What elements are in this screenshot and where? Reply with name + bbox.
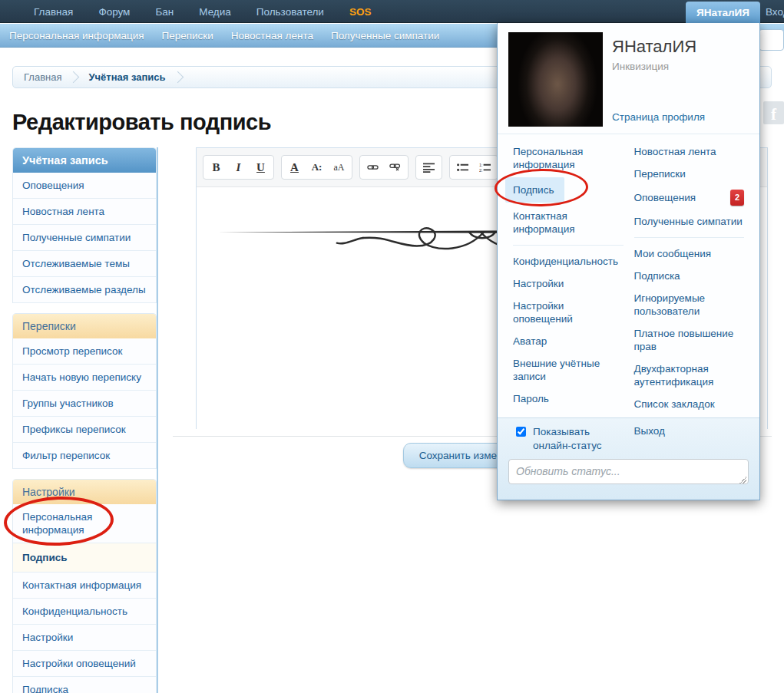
visitor-menu: ЯНаталИЯ Инквизиция Страница профиля Пер… [497,23,760,500]
menu-item-paid-upgrades[interactable]: Платное повышение прав [634,327,745,353]
bullet-list-icon[interactable] [452,157,473,177]
menu-item-ignored-users[interactable]: Игнорируемые пользователи [634,292,745,318]
text-color-button[interactable]: A [284,157,305,177]
alerts-count-badge: 2 [730,190,744,206]
menu-item-avatar[interactable]: Аватар [513,335,624,348]
menu-item-signature[interactable]: Подпись [505,177,564,203]
font-family-button[interactable]: aA [329,157,349,177]
remove-link-icon[interactable] [385,157,405,177]
nav-forum[interactable]: Форум [98,6,130,18]
sidebar-item-news-feed[interactable]: Новостная лента [13,199,156,225]
profile-page-link[interactable]: Страница профиля [612,111,705,126]
menu-item-news-feed[interactable]: Новостная лента [634,145,745,158]
menu-divider [634,237,745,238]
menu-item-my-posts[interactable]: Мои сообщения [634,247,745,260]
menu-item-contact-info[interactable]: Контактная информация [513,210,624,236]
numbered-list-icon[interactable]: 1:2: [475,157,495,177]
sidebar-item-watched-threads[interactable]: Отслеживаемые темы [13,251,156,277]
sidebar-item-preferences[interactable]: Настройки [13,625,156,651]
menu-item-subscription[interactable]: Подписка [634,269,745,282]
sidebar-item-contact-info[interactable]: Контактная информация [13,573,156,599]
menu-item-alerts[interactable]: Оповещения 2 [634,190,745,206]
visitor-menu-footer: Показывать онлайн-статус Выход [498,417,759,500]
sidebar-item-alert-preferences[interactable]: Настройки оповещений [13,651,156,677]
user-title: Инквизиция [612,61,705,72]
subnav-personal-info[interactable]: Персональная информация [9,30,144,41]
svg-text:1:: 1: [479,163,483,167]
subnav-likes[interactable]: Полученные симпатии [331,30,439,41]
menu-divider [513,245,624,246]
sidebar-item-conversation-prefixes[interactable]: Префиксы переписок [13,417,156,443]
underline-button[interactable]: U [250,157,271,177]
sidebar-header-account: Учётная запись [13,148,156,173]
login-tab[interactable]: Вход [766,0,784,23]
avatar[interactable] [508,32,603,127]
insert-link-icon[interactable] [362,157,383,177]
italic-button[interactable]: I [228,157,249,177]
menu-item-likes[interactable]: Полученные симпатии [634,215,745,228]
bold-button[interactable]: B [206,157,227,177]
menu-item-privacy[interactable]: Конфиденциальность [513,255,624,268]
menu-item-external-accounts[interactable]: Внешние учётные записи [513,357,624,383]
menu-item-bookmarks[interactable]: Список закладок [634,398,745,411]
sidebar-item-privacy[interactable]: Конфиденциальность [13,599,156,625]
sidebar-item-signature[interactable]: Подпись [13,543,156,573]
subnav-news-feed[interactable]: Новостная лента [231,30,313,41]
logout-link[interactable]: Выход [634,425,745,453]
facebook-icon[interactable]: f [763,101,784,124]
status-update-input[interactable] [508,459,749,484]
sidebar-section-settings: Настройки Персональная информация Подпис… [12,479,157,693]
breadcrumb-account[interactable]: Учётная запись [88,71,165,83]
search-box[interactable] [759,29,784,51]
username: ЯНаталИЯ [612,37,705,57]
menu-item-two-factor[interactable]: Двухфакторная аутентификация [634,362,745,388]
nav-sos[interactable]: SOS [349,6,372,18]
sidebar-item-member-groups[interactable]: Группы участников [13,391,156,417]
nav-ban[interactable]: Бан [155,6,174,18]
chevron-right-icon [68,71,80,84]
menu-item-password[interactable]: Пароль [513,392,624,405]
top-navigation: Главная Форум Бан Медиа Пользователи SOS… [0,0,784,23]
sidebar-header-conversations: Переписки [13,314,156,338]
sidebar-item-view-conversations[interactable]: Просмотр переписок [13,338,156,365]
menu-item-preferences[interactable]: Настройки [513,277,624,290]
sidebar-section-account: Учётная запись Оповещения Новостная лент… [12,147,157,303]
menu-item-personal-info[interactable]: Персональная информация [513,145,624,171]
sidebar-item-alerts[interactable]: Оповещения [13,173,156,199]
svg-text:2:: 2: [479,168,483,173]
nav-home[interactable]: Главная [34,6,73,18]
online-status-checkbox[interactable] [516,427,526,437]
subnav-conversations[interactable]: Переписки [162,30,213,41]
sidebar-item-start-conversation[interactable]: Начать новую переписку [13,365,156,391]
breadcrumb-home[interactable]: Главная [24,71,61,83]
sidebar-item-personal-info[interactable]: Персональная информация [13,504,156,543]
visitor-menu-header: ЯНаталИЯ Инквизиция Страница профиля [498,23,759,134]
menu-item-alerts-label: Оповещения [634,191,696,204]
menu-item-alert-preferences[interactable]: Настройки оповещений [513,299,624,325]
sidebar-section-conversations: Переписки Просмотр переписок Начать нову… [12,313,157,469]
sidebar-header-settings: Настройки [13,480,156,504]
visitor-menu-right-column: Новостная лента Переписки Оповещения 2 П… [634,145,745,420]
nav-media[interactable]: Медиа [199,6,231,18]
page-title: Редактировать подпись [12,110,271,135]
align-left-icon[interactable] [418,157,439,177]
font-size-button[interactable]: A: [306,157,327,177]
sidebar-item-conversation-filter[interactable]: Фильтр переписок [13,443,156,469]
sidebar-item-likes[interactable]: Полученные симпатии [13,225,156,251]
sidebar-item-watched-forums[interactable]: Отслеживаемые разделы [13,277,156,303]
nav-users[interactable]: Пользователи [256,6,324,18]
page: Главная Форум Бан Медиа Пользователи SOS… [0,0,784,693]
visitor-menu-left-column: Персональная информация Подпись Контактн… [513,145,624,420]
account-tab[interactable]: ЯНаталИЯ [686,2,760,23]
online-status-label[interactable]: Показывать онлайн-статус [533,425,621,453]
menu-item-conversations[interactable]: Переписки [634,167,745,180]
sidebar-item-subscription[interactable]: Подписка [13,677,156,693]
account-sidebar: Учётная запись Оповещения Новостная лент… [12,147,158,693]
chevron-right-icon [171,71,184,84]
